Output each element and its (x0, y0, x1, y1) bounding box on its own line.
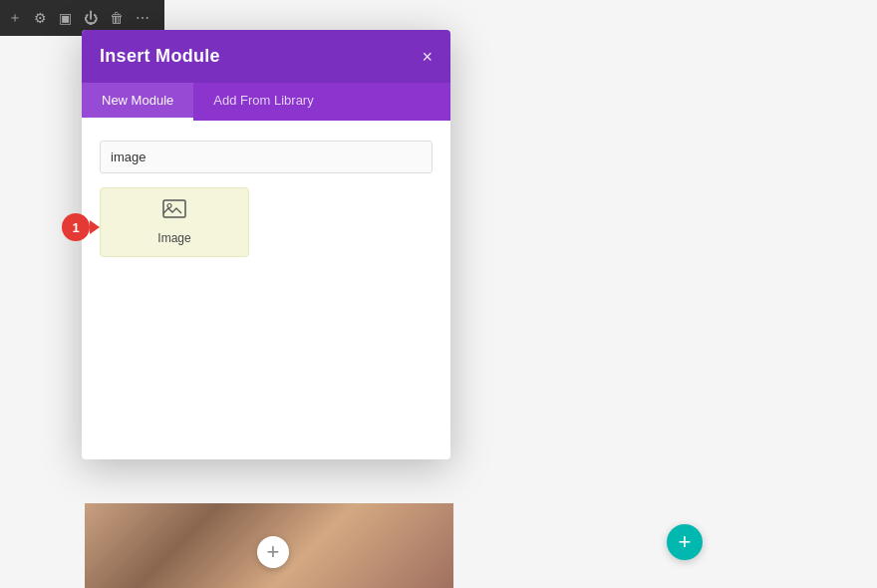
modal-header: Insert Module × (82, 30, 450, 83)
modal-tabs: New Module Add From Library (82, 83, 450, 121)
svg-point-1 (167, 204, 171, 208)
svg-rect-0 (163, 200, 185, 217)
image-module-icon (162, 199, 186, 225)
module-grid: Image (100, 187, 433, 257)
add-icon[interactable]: ＋ (8, 9, 22, 27)
modal-title: Insert Module (100, 46, 220, 67)
gear-icon[interactable]: ⚙ (34, 10, 47, 26)
insert-module-modal: Insert Module × New Module Add From Libr… (82, 30, 450, 459)
power-icon[interactable]: ⏻ (84, 10, 98, 26)
module-item-image[interactable]: Image (100, 187, 249, 257)
search-input[interactable] (100, 141, 433, 173)
trash-icon[interactable]: 🗑 (110, 10, 124, 26)
fab-add-button[interactable]: + (667, 524, 703, 560)
tab-new-module[interactable]: New Module (82, 83, 193, 121)
layout-icon[interactable]: ▣ (59, 10, 72, 26)
modal-close-button[interactable]: × (422, 48, 433, 66)
tab-add-from-library[interactable]: Add From Library (193, 83, 333, 121)
more-icon[interactable]: ⋯ (136, 10, 149, 26)
module-item-image-label: Image (157, 231, 190, 245)
image-plus-button[interactable]: + (257, 536, 289, 568)
modal-body: Image (82, 121, 450, 459)
fab-plus-icon: + (679, 529, 692, 555)
image-plus-icon: + (267, 539, 280, 565)
